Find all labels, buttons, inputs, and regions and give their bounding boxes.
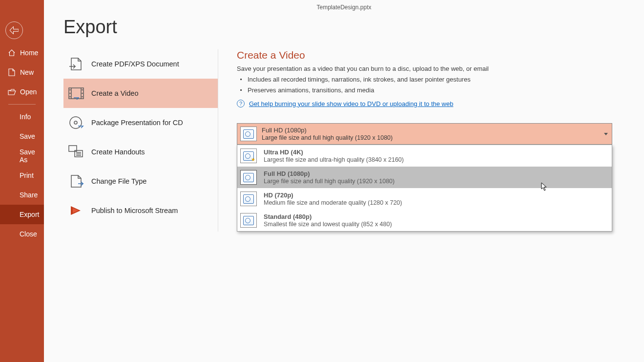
sidebar-label-info: Info	[20, 113, 31, 121]
chevron-down-icon	[604, 133, 608, 135]
svg-point-4	[70, 93, 70, 94]
export-option-handouts-label: Create Handouts	[91, 148, 145, 156]
detail-bullet-2: Preserves animations, transitions, and m…	[248, 85, 612, 96]
export-option-handouts[interactable]: Create Handouts	[63, 137, 218, 167]
detail-bullet-1: Includes all recorded timings, narration…	[248, 74, 612, 85]
open-icon	[7, 87, 16, 96]
sidebar-label-export: Export	[20, 211, 39, 218]
sidebar-label-home: Home	[20, 49, 38, 57]
sidebar-item-info[interactable]: Info	[0, 107, 44, 127]
monitor-icon	[240, 170, 257, 185]
export-option-cd[interactable]: Package Presentation for CD	[63, 108, 218, 137]
quality-option-standard[interactable]: Standard (480p) Smallest file size and l…	[237, 210, 612, 231]
back-arrow-icon	[10, 26, 19, 34]
sidebar-item-new[interactable]: New	[0, 63, 44, 82]
svg-point-3	[70, 90, 70, 90]
help-link[interactable]: Get help burning your slide show video t…	[249, 100, 453, 107]
sidebar-item-open[interactable]: Open	[0, 82, 44, 102]
video-quality-dropdown: Full HD (1080p) Large file size and full…	[237, 123, 612, 232]
back-button[interactable]	[5, 21, 23, 39]
svg-point-7	[82, 93, 83, 94]
export-option-pdf-label: Create PDF/XPS Document	[91, 60, 179, 68]
sidebar-label-close: Close	[20, 230, 37, 238]
sidebar-item-share[interactable]: Share	[0, 185, 44, 205]
monitor-icon	[240, 192, 257, 206]
backstage-sidebar: Home New Open Info Save Save As Print Sh…	[0, 0, 44, 362]
detail-description: Save your presentation as a video that y…	[237, 65, 612, 72]
video-quality-selected[interactable]: Full HD (1080p) Large file size and full…	[237, 123, 612, 145]
svg-point-9	[70, 117, 82, 128]
video-icon	[67, 85, 85, 102]
new-icon	[7, 68, 16, 77]
monitor-icon	[240, 213, 257, 228]
pdf-icon	[67, 55, 85, 73]
export-option-stream[interactable]: Publish to Microsoft Stream	[63, 196, 218, 225]
quality-option-title: Standard (480p)	[264, 213, 392, 220]
sidebar-item-export[interactable]: Export	[0, 205, 44, 224]
filetype-icon	[67, 172, 85, 190]
quality-option-title: Full HD (1080p)	[264, 170, 395, 177]
monitor-icon	[240, 149, 257, 163]
sidebar-divider	[8, 104, 36, 105]
cd-icon	[67, 114, 85, 131]
sidebar-label-save: Save	[20, 132, 35, 140]
page-heading: Export	[63, 17, 624, 38]
sidebar-item-saveas[interactable]: Save As	[0, 146, 44, 166]
export-option-filetype-label: Change File Type	[91, 177, 146, 185]
sidebar-item-home[interactable]: Home	[0, 43, 44, 63]
sidebar-label-new: New	[20, 68, 34, 76]
selected-quality-title: Full HD (1080p)	[262, 127, 604, 134]
sidebar-item-print[interactable]: Print	[0, 166, 44, 185]
home-icon	[7, 48, 16, 57]
detail-heading: Create a Video	[237, 49, 612, 61]
export-option-video-label: Create a Video	[91, 89, 138, 97]
svg-point-8	[82, 97, 83, 97]
svg-point-10	[74, 121, 77, 124]
export-option-list: Create PDF/XPS Document Create a Video P…	[63, 49, 218, 232]
quality-option-title: Ultra HD (4K)	[264, 149, 404, 156]
quality-option-sub: Smallest file size and lowest quality (8…	[264, 221, 392, 228]
quality-option-sub: Large file size and full high quality (1…	[264, 178, 395, 185]
title-bar: TemplateDesign.pptx	[44, 0, 644, 15]
quality-option-ultra-hd[interactable]: Ultra HD (4K) Largest file size and ultr…	[237, 145, 612, 167]
handouts-icon	[67, 143, 85, 161]
quality-option-hd[interactable]: HD (720p) Medium file size and moderate …	[237, 188, 612, 210]
export-option-video[interactable]: Create a Video	[63, 79, 218, 108]
document-title: TemplateDesign.pptx	[316, 4, 371, 11]
export-option-pdf[interactable]: Create PDF/XPS Document	[63, 49, 218, 79]
quality-option-title: HD (720p)	[264, 192, 402, 199]
selected-quality-sub: Large file size and full high quality (1…	[262, 134, 604, 141]
export-option-cd-label: Package Presentation for CD	[91, 119, 183, 127]
svg-point-5	[70, 97, 70, 97]
sidebar-label-saveas: Save As	[20, 148, 44, 164]
video-quality-options-list: Ultra HD (4K) Largest file size and ultr…	[237, 145, 612, 232]
stream-icon	[67, 202, 85, 219]
sidebar-label-print: Print	[20, 171, 34, 179]
sidebar-label-open: Open	[20, 88, 37, 96]
quality-option-sub: Largest file size and ultra-high quality…	[264, 156, 404, 163]
export-option-filetype[interactable]: Change File Type	[63, 167, 218, 196]
export-option-stream-label: Publish to Microsoft Stream	[91, 207, 178, 214]
monitor-icon	[240, 127, 257, 141]
svg-point-6	[82, 90, 83, 90]
quality-option-sub: Medium file size and moderate quality (1…	[264, 199, 402, 206]
sidebar-item-close[interactable]: Close	[0, 224, 44, 244]
help-icon: ?	[237, 100, 245, 107]
quality-option-full-hd[interactable]: Full HD (1080p) Large file size and full…	[237, 167, 612, 188]
sidebar-item-save[interactable]: Save	[0, 127, 44, 146]
detail-pane: Create a Video Save your presentation as…	[218, 49, 624, 232]
sidebar-label-share: Share	[20, 191, 38, 199]
main-area: TemplateDesign.pptx Export Create PDF/XP…	[44, 0, 644, 362]
